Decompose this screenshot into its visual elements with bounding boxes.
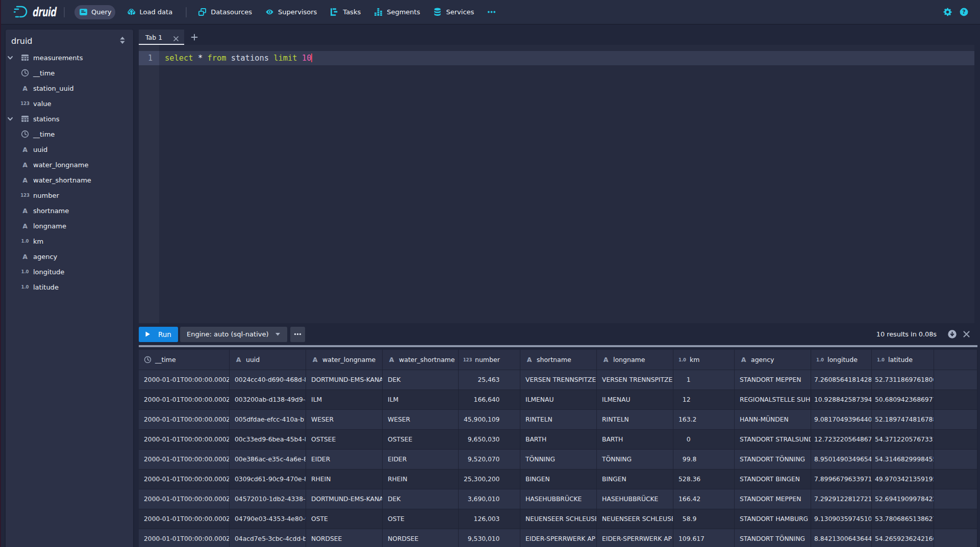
cell-latitude[interactable]: 50.6809423686977: [872, 390, 934, 409]
nav-item-segments[interactable]: Segments: [368, 5, 426, 19]
column-header-km[interactable]: 1.0km: [673, 350, 735, 370]
cell-number[interactable]: 9,520,070: [459, 450, 520, 469]
cell-number[interactable]: 45,900,109: [459, 410, 520, 429]
cell-km[interactable]: 163.2: [673, 410, 735, 429]
cell-agency[interactable]: STANDORT MEPPEN: [735, 370, 811, 389]
cell-water_longname[interactable]: OSTSEE: [306, 430, 383, 449]
cell-latitude[interactable]: 52.1897474816788: [872, 410, 934, 429]
cell-uuid[interactable]: 00c33ed9-6bea-45b4-8: [230, 430, 306, 449]
cell-longitude[interactable]: 7.89966796339717: [811, 470, 872, 489]
column-header-agency[interactable]: Aagency: [735, 350, 811, 370]
cell-latitude[interactable]: 49.9703421359195: [872, 470, 934, 489]
cell-agency[interactable]: STANDORT HAMBURG: [735, 509, 811, 529]
cell-agency[interactable]: STANDORT TÖNNING: [735, 450, 811, 469]
cell-km[interactable]: 109.617: [673, 529, 735, 547]
column-header-uuid[interactable]: Auuid: [230, 350, 306, 370]
cell-longname[interactable]: BINGEN: [597, 470, 673, 489]
column-header-water_shortname[interactable]: Awater_shortname: [383, 350, 459, 370]
cell-km[interactable]: 99.8: [673, 450, 735, 469]
nav-item-services[interactable]: Services: [427, 5, 480, 19]
cell-longitude[interactable]: 9.08170493964406: [811, 410, 872, 429]
column-header-number[interactable]: 123number: [459, 350, 520, 370]
cell-longitude[interactable]: 10.9288425873946: [811, 390, 872, 409]
cell-water_shortname[interactable]: WESER: [383, 410, 459, 429]
cell-shortname[interactable]: BINGEN: [520, 470, 597, 489]
cell-uuid[interactable]: 04acd7e5-3cbc-4cdd-b: [230, 529, 306, 547]
cell-number[interactable]: 25,300,200: [459, 470, 520, 489]
cell-water_longname[interactable]: OSTE: [306, 509, 383, 529]
cell-__time[interactable]: 2000-01-01T00:00:00.000Z: [139, 470, 230, 489]
cell-shortname[interactable]: NEUENSEER SCHLEUSE: [520, 509, 597, 529]
schema-column-stations-longname[interactable]: Alongname: [6, 218, 133, 233]
cell-shortname[interactable]: ILMENAU: [520, 390, 597, 409]
cell-shortname[interactable]: BARTH: [520, 430, 597, 449]
cell-agency[interactable]: STANDORT STRALSUND: [735, 430, 811, 449]
run-more-button[interactable]: [290, 327, 305, 342]
cell-number[interactable]: 9,650,030: [459, 430, 520, 449]
schema-column-stations-number[interactable]: 123number: [6, 188, 133, 203]
cell-latitude[interactable]: 53.7806865138627: [872, 509, 934, 529]
cell-uuid[interactable]: 0024cc40-d690-468d-8: [230, 370, 306, 389]
cell-water_shortname[interactable]: RHEIN: [383, 470, 459, 489]
cell-longname[interactable]: TÖNNING: [597, 450, 673, 469]
schema-column-measurements-value[interactable]: 123value: [6, 96, 133, 111]
cell-uuid[interactable]: 005dfdae-efcc-410a-b: [230, 410, 306, 429]
druid-logo[interactable]: druid: [13, 5, 56, 20]
cell-water_longname[interactable]: EIDER: [306, 450, 383, 469]
cell-uuid[interactable]: 0309cd61-90c9-470e-8: [230, 470, 306, 489]
cell-longitude[interactable]: 8.84213006436442: [811, 529, 872, 547]
cell-__time[interactable]: 2000-01-01T00:00:00.000Z: [139, 390, 230, 409]
cell-uuid[interactable]: 003200ab-d138-49d9-a: [230, 390, 306, 409]
cell-longname[interactable]: EIDER-SPERRWERK AP: [597, 529, 673, 547]
schema-column-stations-latitude[interactable]: 1.0latitude: [6, 279, 133, 295]
sql-editor[interactable]: 1 select * from stations limit 10: [139, 45, 974, 323]
cell-shortname[interactable]: RINTELN: [520, 410, 597, 429]
close-results-icon[interactable]: [962, 330, 971, 338]
cell-__time[interactable]: 2000-01-01T00:00:00.000Z: [139, 450, 230, 469]
schema-column-stations-__time[interactable]: __time: [6, 126, 133, 142]
schema-column-measurements-__time[interactable]: __time: [6, 65, 133, 81]
cell-water_longname[interactable]: DORTMUND-EMS-KANAL: [306, 489, 383, 509]
nav-item-query[interactable]: Query: [74, 5, 115, 19]
cell-longitude[interactable]: 8.95014903496544: [811, 450, 872, 469]
cell-number[interactable]: 25,463: [459, 370, 520, 389]
column-header-latitude[interactable]: 1.0latitude: [872, 350, 934, 370]
new-tab-button[interactable]: [190, 33, 198, 41]
nav-item-more-nav[interactable]: [481, 5, 502, 19]
cell-water_shortname[interactable]: DEK: [383, 489, 459, 509]
cell-water_shortname[interactable]: EIDER: [383, 450, 459, 469]
cell-longitude[interactable]: 9.13090359745106: [811, 509, 872, 529]
cell-agency[interactable]: STANDORT BINGEN: [735, 470, 811, 489]
column-header-water_longname[interactable]: Awater_longname: [306, 350, 383, 370]
engine-select-button[interactable]: Engine: auto (sql-native): [180, 327, 287, 342]
cell-longname[interactable]: ILMENAU: [597, 390, 673, 409]
cell-shortname[interactable]: TÖNNING: [520, 450, 597, 469]
cell-longitude[interactable]: 7.26085641814283: [811, 370, 872, 389]
cell-agency[interactable]: HANN-MÜNDEN: [735, 410, 811, 429]
cell-water_shortname[interactable]: OSTSEE: [383, 430, 459, 449]
cell-__time[interactable]: 2000-01-01T00:00:00.000Z: [139, 410, 230, 429]
cell-water_longname[interactable]: ILM: [306, 390, 383, 409]
nav-item-tasks[interactable]: Tasks: [324, 5, 367, 19]
schema-column-stations-km[interactable]: 1.0km: [6, 233, 133, 249]
cell-longname[interactable]: NEUENSEER SCHLEUSE: [597, 509, 673, 529]
cell-longname[interactable]: VERSEN TRENNSPITZE: [597, 370, 673, 389]
cell-shortname[interactable]: VERSEN TRENNSPITZE: [520, 370, 597, 389]
cell-km[interactable]: 12: [673, 390, 735, 409]
cell-water_longname[interactable]: RHEIN: [306, 470, 383, 489]
cell-km[interactable]: 1: [673, 370, 735, 389]
query-tab[interactable]: Tab 1: [139, 30, 184, 45]
schema-column-measurements-station_uuid[interactable]: Astation_uuid: [6, 81, 133, 96]
column-header-shortname[interactable]: Ashortname: [520, 350, 597, 370]
nav-item-datasources[interactable]: Datasources: [192, 5, 258, 19]
cell-water_shortname[interactable]: NORDSEE: [383, 529, 459, 547]
cell-longitude[interactable]: 12.7232205648677: [811, 430, 872, 449]
cell-water_longname[interactable]: WESER: [306, 410, 383, 429]
cell-agency[interactable]: REGIONALSTELLE SUHL: [735, 390, 811, 409]
schema-column-stations-uuid[interactable]: Auuid: [6, 142, 133, 157]
sql-code-line[interactable]: select * from stations limit 10: [165, 51, 312, 65]
pane-resize-handle[interactable]: [139, 345, 977, 347]
nav-item-load-data[interactable]: Load data: [121, 5, 179, 19]
column-header-longitude[interactable]: 1.0longitude: [811, 350, 872, 370]
cell-number[interactable]: 166,640: [459, 390, 520, 409]
